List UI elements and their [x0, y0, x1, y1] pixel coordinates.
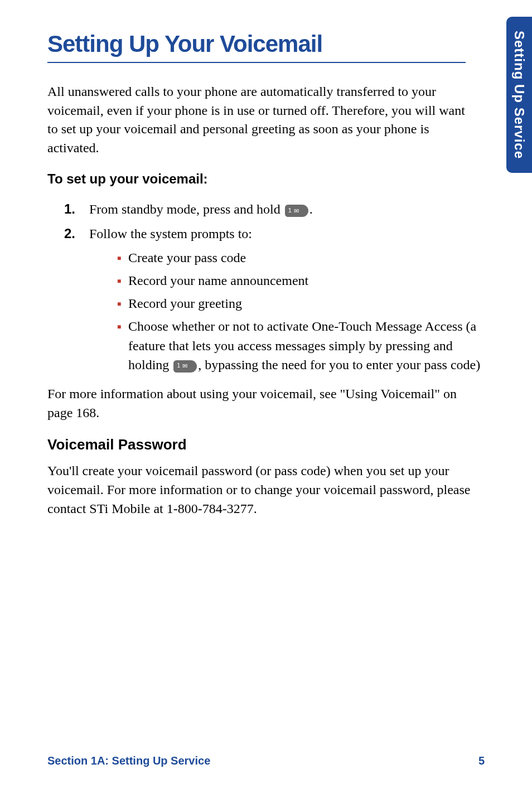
page-footer: Section 1A: Setting Up Service 5	[47, 755, 485, 767]
voicemail-key-icon	[173, 360, 197, 373]
instruction-label: To set up your voicemail:	[47, 171, 485, 187]
steps-list: 1. From standby mode, press and hold . 2…	[47, 199, 485, 375]
footer-section-label: Section 1A: Setting Up Service	[47, 755, 210, 767]
bullet-item: Choose whether or not to activate One-To…	[117, 317, 485, 375]
step-text-after: .	[309, 202, 313, 216]
main-heading: Setting Up Your Voicemail	[47, 31, 485, 57]
bullet-item: Record your name announcement	[117, 271, 485, 291]
bullet-text-after: , bypassing the need for you to enter yo…	[198, 357, 480, 372]
bullet-item: Record your greeting	[117, 294, 485, 313]
step-item-1: 1. From standby mode, press and hold .	[64, 199, 485, 219]
step-item-2: 2. Follow the system prompts to: Create …	[64, 224, 485, 375]
heading-underline	[47, 62, 466, 63]
sub-heading: Voicemail Password	[47, 436, 485, 453]
step-text: Follow the system prompts to:	[89, 226, 252, 241]
password-paragraph: You'll create your voicemail password (o…	[47, 462, 471, 518]
side-tab-label: Setting Up Service	[511, 31, 527, 159]
bullet-list: Create your pass code Record your name a…	[89, 248, 485, 375]
footer-page-number: 5	[478, 755, 485, 767]
step-text-before: From standby mode, press and hold	[89, 202, 284, 216]
bullet-item: Create your pass code	[117, 248, 485, 268]
step-number: 2.	[64, 224, 75, 244]
page-content: Setting Up Your Voicemail All unanswered…	[0, 0, 532, 518]
more-info-paragraph: For more information about using your vo…	[47, 385, 471, 422]
step-number: 1.	[64, 199, 75, 219]
intro-paragraph: All unanswered calls to your phone are a…	[47, 83, 471, 157]
voicemail-key-icon	[285, 205, 308, 217]
side-tab: Setting Up Service	[506, 17, 532, 173]
